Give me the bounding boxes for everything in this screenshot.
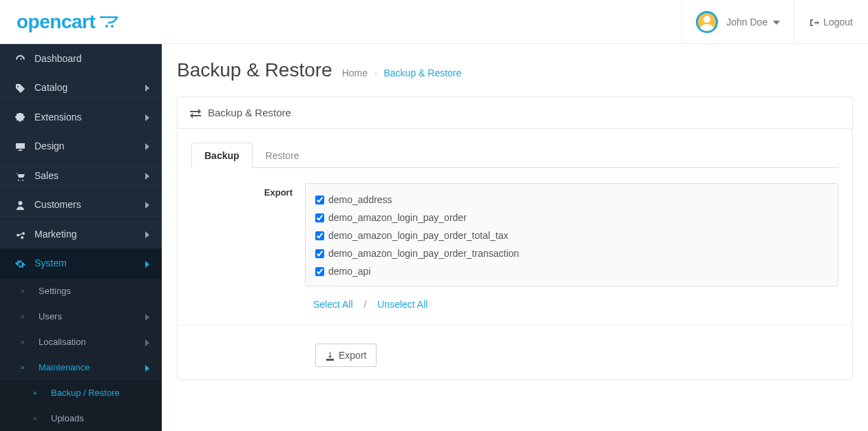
- sidebar-label: Extensions: [34, 112, 81, 123]
- share-icon: [12, 228, 28, 240]
- panel-footer: Export: [178, 325, 852, 379]
- table-name: demo_amazon_login_pay_order_total_tax: [328, 230, 509, 241]
- header-bar: opencart John Doe Logout: [0, 0, 868, 44]
- puzzle-icon: [12, 111, 28, 123]
- gear-icon: [12, 257, 28, 270]
- sidebar-label: Users: [39, 311, 62, 322]
- sidebar-item-catalog[interactable]: Catalog: [0, 74, 162, 103]
- tag-icon: [12, 82, 28, 94]
- sidebar-item-maintenance[interactable]: » Maintenance: [0, 355, 162, 380]
- logout-label: Logout: [823, 17, 853, 28]
- table-name: demo_address: [328, 194, 392, 205]
- chevron-right-icon: [145, 230, 149, 238]
- tab-restore[interactable]: Restore: [253, 143, 313, 168]
- table-checkbox-row[interactable]: demo_api: [315, 262, 828, 280]
- sidebar-label: Dashboard: [34, 53, 82, 64]
- table-name: demo_api: [328, 266, 371, 277]
- table-checkbox[interactable]: [315, 249, 324, 258]
- table-checkbox[interactable]: [315, 267, 324, 276]
- desktop-icon: [12, 140, 28, 153]
- export-label: Export: [191, 183, 305, 313]
- tabs: Backup Restore: [191, 143, 838, 168]
- cart-icon: [12, 169, 28, 182]
- breadcrumb-current[interactable]: Backup & Restore: [383, 67, 461, 78]
- logout-button[interactable]: Logout: [794, 0, 868, 43]
- breadcrumb-separator: ›: [374, 70, 377, 78]
- sidebar-label: Maintenance: [39, 362, 89, 372]
- table-checkbox-row[interactable]: demo_amazon_login_pay_order: [315, 209, 828, 227]
- breadcrumb-home[interactable]: Home: [342, 67, 368, 78]
- sidebar-item-settings[interactable]: » Settings: [0, 278, 162, 304]
- svg-point-1: [111, 25, 114, 28]
- panel-heading-text: Backup & Restore: [208, 107, 291, 118]
- export-button-label: Export: [339, 350, 366, 361]
- cart-icon: [99, 15, 118, 28]
- chevron-right-icon: [145, 113, 149, 121]
- tables-list[interactable]: demo_addressdemo_amazon_login_pay_orderd…: [305, 183, 838, 286]
- chevron-right-icon: [145, 338, 149, 346]
- chevron-right-icon: [145, 200, 149, 209]
- content-area: Backup & Restore Home › Backup & Restore…: [162, 44, 868, 431]
- sidebar-item-backup-restore[interactable]: » Backup / Restore: [0, 380, 162, 406]
- sidebar-label: Sales: [34, 170, 59, 181]
- sidebar-label: Backup / Restore: [51, 388, 120, 398]
- double-chevron-icon: »: [33, 414, 44, 422]
- export-row: Export demo_addressdemo_amazon_login_pay…: [191, 183, 838, 313]
- table-checkbox[interactable]: [315, 196, 324, 204]
- panel-heading: Backup & Restore: [178, 97, 852, 129]
- chevron-right-icon: [145, 364, 149, 372]
- sidebar-label: Catalog: [34, 82, 67, 93]
- dashboard-icon: [12, 52, 28, 65]
- select-all-link[interactable]: Select All: [313, 299, 353, 310]
- sidebar-item-uploads[interactable]: » Uploads: [0, 406, 162, 431]
- link-divider: /: [363, 299, 366, 310]
- sidebar-item-sales[interactable]: Sales: [0, 161, 162, 191]
- export-button[interactable]: Export: [315, 344, 377, 367]
- select-links: Select All / Unselect All: [305, 296, 838, 313]
- svg-point-0: [105, 25, 108, 28]
- tab-backup[interactable]: Backup: [191, 143, 253, 168]
- sidebar-item-customers[interactable]: Customers: [0, 191, 162, 220]
- breadcrumb: Home › Backup & Restore: [342, 67, 462, 78]
- sidebar-item-dashboard[interactable]: Dashboard: [0, 44, 162, 74]
- logout-icon: [809, 16, 819, 27]
- table-name: demo_amazon_login_pay_order_transaction: [328, 248, 519, 259]
- sidebar-label: Settings: [39, 286, 71, 296]
- sidebar-item-extensions[interactable]: Extensions: [0, 103, 162, 132]
- sidebar-item-users[interactable]: » Users: [0, 304, 162, 329]
- table-checkbox-row[interactable]: demo_amazon_login_pay_order_transaction: [315, 244, 828, 262]
- exchange-icon: [190, 107, 201, 118]
- download-icon: [326, 350, 335, 361]
- table-checkbox[interactable]: [315, 231, 324, 240]
- table-name: demo_amazon_login_pay_order: [328, 212, 467, 223]
- chevron-right-icon: [145, 83, 149, 92]
- panel-body: Backup Restore Export demo_addressdemo_a…: [178, 129, 852, 379]
- sidebar-label: Uploads: [51, 413, 84, 423]
- sidebar: Dashboard Catalog Extensions Design Sale…: [0, 44, 162, 431]
- user-icon: [12, 199, 28, 211]
- sidebar-item-design[interactable]: Design: [0, 132, 162, 162]
- logo-text: opencart: [17, 11, 95, 33]
- user-menu[interactable]: John Doe: [681, 0, 794, 43]
- table-checkbox[interactable]: [315, 213, 324, 222]
- table-checkbox-row[interactable]: demo_address: [315, 191, 828, 209]
- sidebar-item-marketing[interactable]: Marketing: [0, 220, 162, 249]
- double-chevron-icon: »: [21, 338, 32, 346]
- table-checkbox-row[interactable]: demo_amazon_login_pay_order_total_tax: [315, 227, 828, 244]
- system-submenu: » Settings » Users » Localisation » Main…: [0, 278, 162, 431]
- sidebar-label: Localisation: [39, 337, 86, 347]
- sidebar-label: System: [34, 257, 67, 269]
- sidebar-item-system[interactable]: System: [0, 249, 162, 279]
- avatar: [696, 11, 718, 33]
- logo[interactable]: opencart: [0, 0, 162, 43]
- unselect-all-link[interactable]: Unselect All: [377, 299, 427, 310]
- sidebar-label: Customers: [34, 199, 81, 210]
- sidebar-item-localisation[interactable]: » Localisation: [0, 329, 162, 355]
- sidebar-label: Marketing: [34, 229, 76, 240]
- chevron-right-icon: [145, 259, 149, 267]
- double-chevron-icon: »: [33, 389, 44, 397]
- page-title: Backup & Restore: [177, 59, 332, 81]
- double-chevron-icon: »: [21, 313, 32, 320]
- double-chevron-icon: »: [21, 364, 32, 371]
- user-name: John Doe: [726, 17, 768, 28]
